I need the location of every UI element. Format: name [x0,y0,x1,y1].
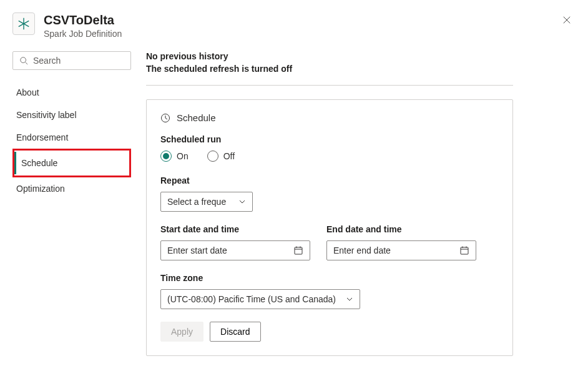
main-content: No previous history The scheduled refres… [146,51,576,356]
svg-line-6 [26,62,28,65]
radio-on-circle [160,151,172,162]
svg-rect-12 [461,247,468,254]
radio-on-label: On [177,151,189,161]
search-input-wrapper[interactable] [12,51,131,70]
repeat-select[interactable]: Select a freque [160,192,253,212]
timezone-select-value: (UTC-08:00) Pacific Time (US and Canada) [167,294,336,304]
end-date-placeholder: Enter end date [333,245,391,255]
discard-button[interactable]: Discard [210,322,260,342]
radio-off-circle [207,151,218,162]
repeat-select-value: Select a freque [167,197,226,207]
start-date-input[interactable]: Enter start date [160,240,310,260]
start-date-placeholder: Enter start date [167,245,227,255]
chevron-down-icon [346,295,353,303]
sidebar-item-sensitivity-label[interactable]: Sensitivity label [12,104,131,126]
scheduled-run-label: Scheduled run [160,134,499,144]
apply-button[interactable]: Apply [160,322,203,342]
sidebar-item-highlight: Schedule [12,149,131,177]
sidebar-item-optimization[interactable]: Optimization [12,177,131,200]
sidebar-item-schedule[interactable]: Schedule [14,152,129,174]
svg-rect-8 [295,247,302,254]
page-subtitle: Spark Job Definition [44,29,122,39]
panel-title-text: Schedule [177,112,216,123]
header: CSVToDelta Spark Job Definition [0,0,588,45]
clock-icon [160,113,170,123]
search-icon [19,56,28,65]
sidebar-item-endorsement[interactable]: Endorsement [12,126,131,149]
sidebar: About Sensitivity label Endorsement Sche… [12,51,131,356]
divider [146,85,513,86]
schedule-panel: Schedule Scheduled run On Off Repeat [146,99,513,356]
radio-on[interactable]: On [160,151,189,162]
svg-point-5 [21,57,26,63]
start-date-label: Start date and time [160,224,310,234]
status-history: No previous history [146,51,513,61]
radio-off[interactable]: Off [207,151,235,162]
end-date-label: End date and time [326,224,476,234]
calendar-icon [459,245,469,255]
calendar-icon [293,245,303,255]
timezone-select[interactable]: (UTC-08:00) Pacific Time (US and Canada) [160,289,360,309]
app-icon [12,12,35,35]
status-refresh: The scheduled refresh is turned off [146,64,513,74]
search-input[interactable] [33,56,124,66]
radio-off-label: Off [223,151,235,161]
close-button[interactable] [561,14,573,26]
repeat-label: Repeat [160,176,499,186]
chevron-down-icon [238,198,246,205]
sidebar-item-about[interactable]: About [12,81,131,104]
panel-title: Schedule [160,112,499,123]
page-title: CSVToDelta [44,12,122,27]
timezone-label: Time zone [160,273,499,283]
end-date-input[interactable]: Enter end date [326,240,476,260]
